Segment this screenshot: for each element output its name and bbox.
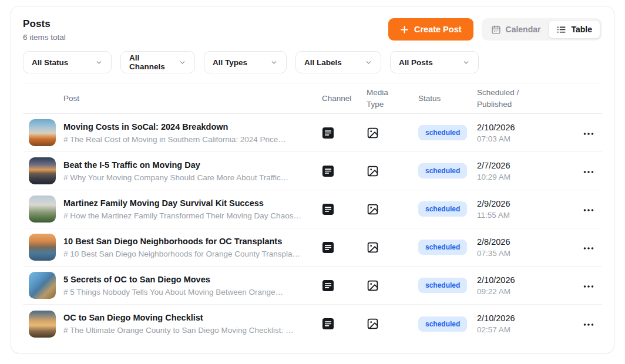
row-actions-button[interactable]: [581, 317, 602, 331]
create-post-label: Create Post: [414, 25, 462, 34]
blog-post-icon: [322, 165, 367, 177]
scheduled-date: 2/10/2026: [477, 314, 581, 323]
table-row[interactable]: 5 Secrets of OC to San Diego Moves # 5 T…: [23, 267, 602, 305]
scheduled-time: 11:55 AM: [477, 211, 581, 220]
image-icon: [367, 165, 418, 177]
blog-post-icon: [322, 203, 367, 215]
table-row[interactable]: Moving Costs in SoCal: 2024 Breakdown # …: [23, 114, 602, 152]
page-title: Posts: [23, 18, 66, 30]
table-row[interactable]: 10 Best San Diego Neighborhoods for OC T…: [23, 228, 602, 267]
list-icon: [556, 25, 566, 35]
row-actions-button[interactable]: [581, 203, 602, 216]
scheduled-date: 2/7/2026: [477, 161, 581, 170]
filter-posts-label: All Posts: [399, 58, 433, 67]
blog-post-icon: [322, 318, 367, 330]
post-title: Moving Costs in SoCal: 2024 Breakdown: [63, 122, 308, 132]
post-subtitle: # Why Your Moving Company Should Care Mo…: [63, 173, 308, 182]
page-heading: Posts 6 items total: [23, 18, 66, 42]
filter-types-label: All Types: [213, 58, 247, 67]
post-thumbnail: [29, 234, 56, 261]
scheduled-time: 02:57 AM: [477, 325, 581, 334]
view-toggle: Calendar Table: [482, 18, 602, 41]
post-title: OC to San Diego Moving Checklist: [63, 313, 308, 322]
ellipsis-icon: [583, 281, 594, 290]
scheduled-date: 2/8/2026: [477, 237, 581, 247]
post-title: Beat the I-5 Traffic on Moving Day: [63, 160, 308, 170]
status-badge: scheduled: [418, 278, 467, 293]
chevron-down-icon: [179, 59, 186, 66]
status-badge: scheduled: [418, 125, 467, 140]
row-actions-button[interactable]: [581, 279, 602, 292]
row-actions-button[interactable]: [581, 126, 602, 140]
post-subtitle: # 10 Best San Diego Neighborhoods for Or…: [63, 250, 308, 258]
post-subtitle: # The Real Cost of Moving in Southern Ca…: [63, 135, 308, 144]
chevron-down-icon: [95, 59, 103, 66]
filter-posts[interactable]: All Posts: [390, 51, 479, 73]
filter-channels-label: All Channels: [129, 53, 172, 71]
post-thumbnail: [29, 196, 56, 223]
status-badge: scheduled: [418, 201, 467, 217]
filter-status-label: All Status: [32, 58, 68, 67]
blog-post-icon: [322, 241, 367, 254]
post-thumbnail: [29, 157, 56, 184]
ellipsis-icon: [583, 205, 594, 214]
posts-panel: Posts 6 items total Create Post Calendar: [11, 6, 614, 353]
post-subtitle: # How the Martinez Family Transformed Th…: [63, 211, 308, 220]
post-title: 5 Secrets of OC to San Diego Moves: [63, 275, 308, 284]
ellipsis-icon: [583, 243, 594, 252]
table-row[interactable]: OC to San Diego Moving Checklist # The U…: [23, 305, 602, 343]
image-icon: [367, 241, 418, 254]
post-thumbnail: [29, 272, 56, 299]
chevron-down-icon: [462, 59, 470, 66]
topbar: Posts 6 items total Create Post Calendar: [23, 18, 602, 42]
filter-status[interactable]: All Status: [23, 51, 112, 73]
status-badge: scheduled: [418, 163, 467, 178]
scheduled-time: 07:03 AM: [477, 134, 581, 143]
col-header-media-type: Media Type: [367, 87, 397, 110]
items-total: 6 items total: [23, 33, 66, 42]
post-thumbnail: [29, 311, 56, 338]
filter-labels-label: All Labels: [304, 58, 342, 67]
image-icon: [367, 279, 418, 292]
calendar-view-button[interactable]: Calendar: [483, 20, 549, 39]
scheduled-date: 2/9/2026: [477, 199, 581, 208]
row-actions-button[interactable]: [581, 241, 602, 254]
scheduled-date: 2/10/2026: [477, 275, 581, 285]
scheduled-time: 09:22 AM: [477, 287, 581, 296]
image-icon: [367, 127, 418, 139]
ellipsis-icon: [583, 319, 594, 328]
create-post-button[interactable]: Create Post: [388, 18, 473, 41]
status-badge: scheduled: [418, 240, 467, 255]
filter-channels[interactable]: All Channels: [120, 51, 195, 73]
scheduled-date: 2/10/2026: [477, 123, 581, 132]
table-row[interactable]: Martinez Family Moving Day Survival Kit …: [23, 190, 602, 228]
table-view-button[interactable]: Table: [548, 20, 600, 39]
post-subtitle: # 5 Things Nobody Tells You About Moving…: [63, 288, 308, 296]
ellipsis-icon: [583, 129, 594, 137]
col-header-status: Status: [418, 93, 477, 105]
image-icon: [367, 203, 418, 215]
filters-bar: All Status All Channels All Types All La…: [23, 51, 602, 73]
filter-types[interactable]: All Types: [204, 51, 287, 73]
table-header: Post Channel Media Type Status Scheduled…: [23, 83, 602, 114]
calendar-view-label: Calendar: [506, 25, 541, 34]
row-actions-button[interactable]: [581, 164, 602, 178]
post-title: Martinez Family Moving Day Survival Kit …: [63, 198, 308, 208]
blog-post-icon: [322, 127, 367, 139]
topbar-actions: Create Post Calendar Table: [388, 18, 602, 41]
col-header-post: Post: [63, 93, 322, 105]
posts-table: Post Channel Media Type Status Scheduled…: [23, 83, 602, 343]
filter-labels[interactable]: All Labels: [295, 51, 381, 73]
status-badge: scheduled: [418, 316, 467, 332]
table-view-label: Table: [571, 25, 592, 34]
scheduled-time: 07:35 AM: [477, 249, 581, 258]
col-header-channel: Channel: [322, 93, 367, 105]
scheduled-time: 10:29 AM: [477, 173, 581, 181]
post-subtitle: # The Ultimate Orange County to San Dieg…: [63, 326, 308, 335]
calendar-icon: [491, 25, 501, 35]
post-thumbnail: [29, 119, 56, 146]
table-row[interactable]: Beat the I-5 Traffic on Moving Day # Why…: [23, 152, 602, 190]
chevron-down-icon: [270, 59, 278, 66]
chevron-down-icon: [365, 59, 372, 66]
col-header-scheduled: Scheduled / Published: [477, 87, 533, 110]
